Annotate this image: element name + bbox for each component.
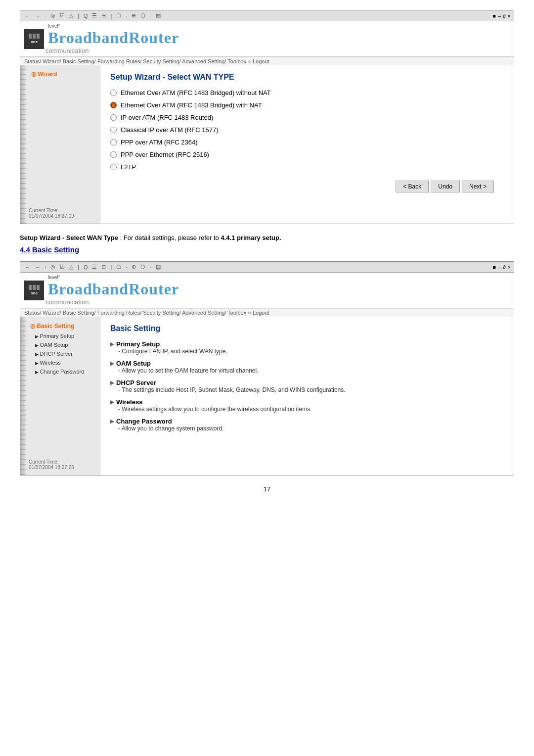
refresh-icon-2[interactable]: ◎ xyxy=(49,263,57,271)
sidebar-dhcp-server[interactable]: DHCP Server xyxy=(26,349,100,358)
main-panel-1: Setup Wizard - Select WAN TYPE Ethernet … xyxy=(100,65,514,224)
minimize-btn-2[interactable]: – xyxy=(498,264,501,270)
mail-icon-2[interactable]: ⊟ xyxy=(100,263,107,271)
print-icon[interactable]: ☖ xyxy=(115,12,123,19)
sidebar-1: ◎ Wizard Current Time: 01/07/2004 18:27:… xyxy=(26,65,100,224)
sep4: | xyxy=(109,264,113,271)
wan-option-3[interactable]: Classical IP over ATM (RFC 1577) xyxy=(110,126,504,134)
bs-title-oam[interactable]: OAM Setup xyxy=(110,360,504,367)
sidebar-change-password[interactable]: Change Password xyxy=(26,367,100,376)
caption-ref: 4.4.1 primary setup. xyxy=(221,234,281,241)
caption-title: Setup Wizard - Select WAN Type xyxy=(20,234,118,241)
brand-sub-2: communication xyxy=(45,298,89,306)
menu-icon[interactable]: ▤ xyxy=(154,12,162,19)
bs-title-password[interactable]: Change Password xyxy=(110,418,504,425)
sep2: | xyxy=(109,12,113,19)
wan-radio-3[interactable] xyxy=(110,127,117,133)
search-icon-2[interactable]: △ xyxy=(68,263,75,271)
browser-toolbar-2: ← → · ◎ ☑ △ | Q ☰ ⊟ | ☖ · ⊕ ⬡ · ▤ ■ – xyxy=(20,262,514,273)
wan-radio-0[interactable] xyxy=(110,90,117,96)
home-icon-2[interactable]: ☑ xyxy=(58,263,66,271)
minimize-btn[interactable]: – xyxy=(498,13,501,19)
undo-button[interactable]: Undo xyxy=(431,181,460,192)
wan-option-4[interactable]: PPP over ATM (RFC 2364) xyxy=(110,139,504,146)
button-row-1: < Back Undo Next > xyxy=(110,181,504,192)
menu-icon-2[interactable]: ▤ xyxy=(154,263,162,271)
hex-icon[interactable]: ⬡ xyxy=(139,12,147,19)
bs-title-primary[interactable]: Primary Setup xyxy=(110,340,504,348)
wan-radio-1[interactable] xyxy=(110,102,117,108)
sidebar-2: ◎ Basic Setting Primary Setup OAM Setup … xyxy=(26,317,100,475)
add-icon-2[interactable]: ⊕ xyxy=(130,263,137,271)
browser-toolbar-1: ← → · ◎ ☑ △ | Q ☰ ⊟ | ☖ · ⊕ ⬡ · ▤ ■ – xyxy=(20,10,514,21)
close-btn[interactable]: × xyxy=(508,13,511,19)
forward-icon[interactable]: → xyxy=(33,12,42,19)
sidebar-wizard[interactable]: ◎ Wizard xyxy=(26,69,100,79)
caption-text: : For detail settings, please refer to xyxy=(120,234,221,241)
forward-icon-2[interactable]: → xyxy=(33,264,42,271)
wan-label-6: L2TP xyxy=(121,163,136,171)
home-icon[interactable]: ☑ xyxy=(58,12,66,19)
wan-radio-5[interactable] xyxy=(110,151,117,158)
list-icon-2[interactable]: ☰ xyxy=(90,263,98,271)
bs-section-dhcp: DHCP Server The settings include Host IP… xyxy=(110,379,504,393)
sidebar-primary-setup[interactable]: Primary Setup xyxy=(26,331,100,340)
next-button[interactable]: Next > xyxy=(462,181,494,192)
bs-title-dhcp[interactable]: DHCP Server xyxy=(110,379,504,386)
browser-window-2: ← → · ◎ ☑ △ | Q ☰ ⊟ | ☖ · ⊕ ⬡ · ▤ ■ – xyxy=(20,261,514,475)
torn-left-2 xyxy=(20,317,26,475)
bs-title-wireless[interactable]: Wireless xyxy=(110,398,504,406)
sidebar-oam-setup[interactable]: OAM Setup xyxy=(26,340,100,349)
wan-option-5[interactable]: PPP over Ethernet (RFC 2516) xyxy=(110,151,504,158)
refresh-icon[interactable]: ◎ xyxy=(49,12,57,19)
search-icon[interactable]: △ xyxy=(68,12,75,19)
stop-icon-2[interactable]: · xyxy=(43,264,47,271)
wan-option-1[interactable]: Ethernet Over ATM (RFC 1483 Bridged) wit… xyxy=(110,101,504,109)
stop-icon[interactable]: · xyxy=(43,12,47,19)
close-btn-2[interactable]: × xyxy=(508,264,511,270)
wan-radio-4[interactable] xyxy=(110,139,117,145)
time-label-1: Current Time: xyxy=(29,208,74,213)
logo-text-1: level° xyxy=(48,23,179,29)
list-icon[interactable]: ☰ xyxy=(90,12,98,19)
dot1: · xyxy=(124,12,129,19)
nav-icons-2[interactable]: ← → · ◎ ☑ △ | Q ☰ ⊟ | ☖ · ⊕ ⬡ · ▤ xyxy=(23,263,162,271)
restore-btn[interactable]: ∂ xyxy=(503,13,505,19)
wan-option-0[interactable]: Ethernet Over ATM (RFC 1483 Bridged) wit… xyxy=(110,89,504,96)
restore-btn-2[interactable]: ∂ xyxy=(503,264,505,270)
magnify-icon-2[interactable]: Q xyxy=(82,264,89,271)
nav-icons-1[interactable]: ← → · ◎ ☑ △ | Q ☰ ⊟ | ☖ · ⊕ ⬡ · ▤ xyxy=(23,12,162,19)
nav-links-1[interactable]: Status/ Wizard/ Basic Setting/ Forwardin… xyxy=(24,58,269,64)
brand-name-2: BroadbandRouter xyxy=(48,280,179,298)
wan-option-6[interactable]: L2TP xyxy=(110,163,504,171)
hex-icon-2[interactable]: ⬡ xyxy=(139,263,147,271)
back-icon-2[interactable]: ← xyxy=(23,264,32,271)
mail-icon[interactable]: ⊟ xyxy=(100,12,107,19)
router-logo-2: one level° BroadbandRouter communication xyxy=(24,275,179,306)
wan-label-2: IP over ATM (RFC 1483 Routed) xyxy=(121,114,213,121)
wan-option-2[interactable]: IP over ATM (RFC 1483 Routed) xyxy=(110,114,504,121)
wan-radio-6[interactable] xyxy=(110,164,117,170)
bs-desc-wireless: Wireless settings allow you to configure… xyxy=(110,406,504,413)
back-button[interactable]: < Back xyxy=(396,181,429,192)
wan-label-5: PPP over Ethernet (RFC 2516) xyxy=(121,151,209,158)
wan-radio-2[interactable] xyxy=(110,114,117,121)
window-controls-1[interactable]: ■ – ∂ × xyxy=(492,13,511,19)
magnify-icon[interactable]: Q xyxy=(82,12,89,19)
torn-left-1 xyxy=(20,65,26,224)
time-value-1: 01/07/2004 18:27:09 xyxy=(29,213,74,219)
sep1: | xyxy=(76,12,81,19)
dot3: · xyxy=(124,264,129,271)
print-icon-2[interactable]: ☖ xyxy=(115,263,123,271)
back-icon[interactable]: ← xyxy=(23,12,32,19)
dot2: · xyxy=(148,12,153,19)
sidebar-time-1: Current Time: 01/07/2004 18:27:09 xyxy=(29,208,74,219)
dot4: · xyxy=(148,264,153,271)
add-icon[interactable]: ⊕ xyxy=(130,12,137,19)
router-icon-2: one xyxy=(24,281,44,300)
wan-label-4: PPP over ATM (RFC 2364) xyxy=(121,139,198,146)
nav-links-2[interactable]: Status/ Wizard/ Basic Setting/ Forwardin… xyxy=(24,310,269,316)
window-controls-2[interactable]: ■ – ∂ × xyxy=(492,264,511,270)
sidebar-wireless[interactable]: Wireless xyxy=(26,358,100,367)
sidebar-basic-setting[interactable]: ◎ Basic Setting xyxy=(26,321,100,331)
